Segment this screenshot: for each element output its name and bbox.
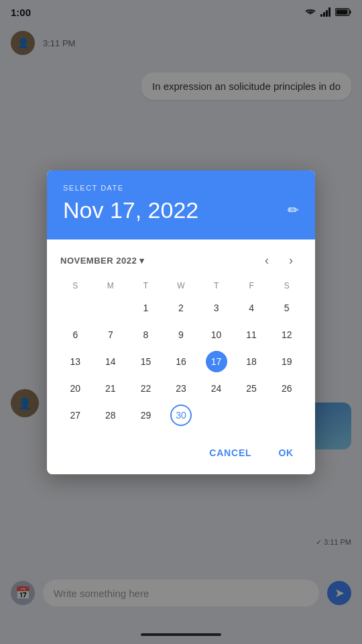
cancel-button[interactable]: CANCEL [198, 442, 262, 464]
cal-empty [198, 402, 234, 429]
cal-day-11[interactable]: 11 [234, 321, 269, 348]
cal-day-27[interactable]: 27 [58, 402, 93, 429]
cal-day-29[interactable]: 29 [128, 402, 164, 429]
cal-day-6[interactable]: 6 [58, 321, 93, 348]
cal-day-15[interactable]: 15 [128, 348, 164, 375]
cal-day-25[interactable]: 25 [234, 375, 269, 402]
cal-day-28[interactable]: 28 [93, 402, 129, 429]
cal-day-24[interactable]: 24 [198, 375, 234, 402]
cal-day-26[interactable]: 26 [269, 375, 304, 402]
cal-day-10[interactable]: 10 [198, 321, 234, 348]
cal-day-22[interactable]: 22 [128, 375, 164, 402]
cal-day-17[interactable]: 17 [198, 348, 234, 375]
cal-day-12[interactable]: 12 [269, 321, 304, 348]
cal-day-16[interactable]: 16 [164, 348, 199, 375]
cal-day-18[interactable]: 18 [234, 348, 269, 375]
ok-button[interactable]: OK [267, 442, 304, 464]
picker-date-row: Nov 17, 2022 ✏ [63, 197, 299, 223]
cal-day-30[interactable]: 30 [164, 402, 199, 429]
cal-day-7[interactable]: 7 [93, 321, 129, 348]
edit-icon[interactable]: ✏ [288, 202, 299, 218]
cal-day-20[interactable]: 20 [58, 375, 93, 402]
cal-day-2[interactable]: 2 [164, 294, 199, 321]
cal-day-1[interactable]: 1 [128, 294, 164, 321]
prev-month-button[interactable]: ‹ [256, 250, 278, 272]
day-header-w: W [164, 277, 199, 294]
cal-empty [269, 402, 304, 429]
cal-day-19[interactable]: 19 [269, 348, 304, 375]
day-header-m: M [93, 277, 129, 294]
picker-body: NOVEMBER 2022 ▾ ‹ › S M T W T F S [47, 239, 315, 434]
calendar-grid: S M T W T F S 1 2 3 4 5 6 7 8 9 10 [58, 277, 304, 429]
month-nav: NOVEMBER 2022 ▾ ‹ › [58, 239, 304, 277]
day-header-s2: S [269, 277, 304, 294]
cal-day-21[interactable]: 21 [93, 375, 129, 402]
month-label: NOVEMBER 2022 ▾ [60, 256, 145, 266]
cal-day-8[interactable]: 8 [128, 321, 164, 348]
cal-day-13[interactable]: 13 [58, 348, 93, 375]
picker-header: SELECT DATE Nov 17, 2022 ✏ [47, 170, 315, 239]
cal-day-3[interactable]: 3 [198, 294, 234, 321]
cal-day-4[interactable]: 4 [234, 294, 269, 321]
picker-footer: CANCEL OK [47, 434, 315, 474]
dialog-overlay: SELECT DATE Nov 17, 2022 ✏ NOVEMBER 2022… [0, 0, 362, 644]
cal-day-5[interactable]: 5 [269, 294, 304, 321]
day-header-s: S [58, 277, 93, 294]
day-header-t1: T [128, 277, 164, 294]
cal-empty [234, 402, 269, 429]
cal-day-14[interactable]: 14 [93, 348, 129, 375]
cal-day-23[interactable]: 23 [164, 375, 199, 402]
next-month-button[interactable]: › [280, 250, 302, 272]
month-nav-arrows: ‹ › [256, 250, 302, 272]
day-header-t2: T [198, 277, 234, 294]
cal-empty [58, 294, 93, 321]
cal-day-9[interactable]: 9 [164, 321, 199, 348]
cal-empty [93, 294, 129, 321]
picker-selected-date: Nov 17, 2022 [63, 197, 198, 223]
picker-label: SELECT DATE [63, 184, 299, 192]
date-picker-dialog: SELECT DATE Nov 17, 2022 ✏ NOVEMBER 2022… [47, 170, 315, 474]
day-header-f: F [234, 277, 269, 294]
